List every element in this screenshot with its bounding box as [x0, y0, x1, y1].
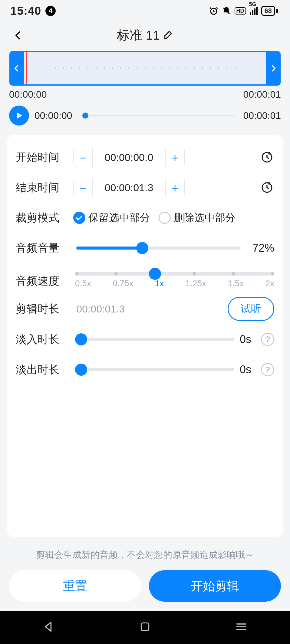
- fade-out-help-icon[interactable]: ?: [261, 363, 274, 376]
- nav-home-icon[interactable]: [139, 621, 151, 634]
- fade-out-label: 淡出时长: [16, 362, 73, 377]
- start-time-row: 开始时间 － 00:00:00.0 ＋: [16, 144, 274, 171]
- edit-duration-row: 剪辑时长 00:00:01.3 试听: [16, 295, 274, 323]
- speed-option[interactable]: 0.5x: [75, 279, 91, 288]
- end-time-label: 结束时间: [16, 180, 73, 195]
- waveform-cursor[interactable]: [26, 52, 27, 84]
- end-time-minus[interactable]: －: [73, 178, 93, 197]
- fade-in-help-icon[interactable]: ?: [261, 333, 274, 346]
- battery-icon: 68: [261, 6, 278, 16]
- volume-thumb[interactable]: [136, 242, 148, 254]
- volume-slider[interactable]: [76, 247, 241, 250]
- fade-in-row: 淡入时长 0s ?: [16, 326, 274, 353]
- fade-in-thumb[interactable]: [75, 333, 87, 345]
- radio-checked-icon: [73, 212, 85, 224]
- notification-badge: 4: [45, 6, 56, 16]
- speed-option[interactable]: 1.25x: [186, 279, 206, 288]
- fade-in-label: 淡入时长: [16, 332, 73, 347]
- end-time-plus[interactable]: ＋: [165, 178, 185, 197]
- mute-icon: [222, 6, 231, 15]
- nav-back-icon[interactable]: [42, 620, 55, 635]
- speed-options: 0.5x 0.75x 1x 1.25x 1.5x 2x: [75, 279, 274, 288]
- start-time-stepper: － 00:00:00.0 ＋: [73, 148, 185, 167]
- speed-option[interactable]: 0.75x: [113, 279, 133, 288]
- crop-mode-row: 裁剪模式 保留选中部分 删除选中部分: [16, 204, 274, 231]
- page-title: 标准 11: [117, 27, 160, 44]
- waveform-end-label: 00:00:01: [243, 89, 281, 100]
- preview-button[interactable]: 试听: [228, 297, 274, 321]
- alarm-icon: [209, 6, 218, 15]
- end-time-value[interactable]: 00:00:01.3: [93, 178, 165, 197]
- speed-option[interactable]: 1.5x: [228, 279, 244, 288]
- crop-mode-keep-label: 保留选中部分: [88, 211, 150, 225]
- end-time-reset-icon[interactable]: [260, 180, 274, 195]
- start-edit-button[interactable]: 开始剪辑: [149, 570, 281, 602]
- end-time-stepper: － 00:00:01.3 ＋: [73, 178, 185, 197]
- volume-value: 72%: [247, 242, 274, 254]
- hd-icon: HD: [235, 7, 246, 15]
- editor-card: 开始时间 － 00:00:00.0 ＋ 结束时间 － 00:00:01.3 ＋: [7, 135, 283, 537]
- start-time-plus[interactable]: ＋: [165, 148, 185, 167]
- waveform-track[interactable]: [24, 51, 266, 86]
- system-nav-bar: [0, 611, 290, 644]
- start-time-reset-icon[interactable]: [260, 150, 274, 165]
- volume-row: 音频音量 72%: [16, 234, 274, 262]
- start-time-value[interactable]: 00:00:00.0: [93, 148, 165, 167]
- radio-unchecked-icon: [159, 212, 171, 224]
- signal-5g-icon: 5G: [250, 7, 258, 15]
- speed-slider[interactable]: [77, 272, 272, 276]
- speed-thumb[interactable]: [149, 268, 161, 280]
- playback-total-time: 00:00:01: [243, 110, 281, 121]
- play-button[interactable]: [9, 106, 29, 126]
- speed-row: 音频速度 0.5x 0.75x 1x 1.25x 1.5x: [16, 265, 274, 292]
- waveform-handle-right[interactable]: [266, 51, 281, 86]
- speed-option[interactable]: 2x: [265, 279, 274, 288]
- edit-title-icon[interactable]: [163, 30, 173, 41]
- svg-marker-1: [17, 113, 22, 119]
- waveform-start-label: 00:00:00: [9, 89, 47, 100]
- playback-thumb[interactable]: [82, 113, 88, 119]
- fade-out-value: 0s: [240, 363, 261, 376]
- start-time-minus[interactable]: －: [73, 148, 93, 167]
- playback-progress[interactable]: [81, 115, 235, 116]
- fade-out-thumb[interactable]: [75, 364, 87, 376]
- back-button[interactable]: [9, 26, 27, 44]
- edit-duration-label: 剪辑时长: [16, 302, 73, 316]
- start-time-label: 开始时间: [16, 150, 73, 165]
- volume-label: 音频音量: [16, 241, 73, 256]
- reset-button[interactable]: 重置: [9, 570, 141, 602]
- speed-label: 音频速度: [16, 270, 73, 289]
- fade-out-row: 淡出时长 0s ?: [16, 356, 274, 383]
- status-bar: 15:40 4 HD 5G 68: [0, 0, 290, 22]
- svg-marker-4: [45, 622, 51, 631]
- crop-mode-label: 裁剪模式: [16, 211, 73, 225]
- svg-rect-5: [141, 623, 149, 630]
- crop-mode-remove-label: 删除选中部分: [174, 211, 236, 225]
- waveform[interactable]: [9, 51, 281, 86]
- footer-hint: 剪辑会生成新的音频，不会对您的原音频造成影响哦～: [9, 549, 281, 561]
- fade-out-slider[interactable]: [76, 368, 234, 371]
- fade-in-slider[interactable]: [76, 338, 234, 341]
- nav-recents-icon[interactable]: [235, 620, 248, 635]
- crop-mode-keep-radio[interactable]: 保留选中部分: [73, 211, 150, 225]
- volume-fill: [76, 247, 142, 250]
- status-time: 15:40: [10, 5, 41, 18]
- edit-duration-value: 00:00:01.3: [76, 303, 125, 315]
- speed-option[interactable]: 1x: [155, 279, 164, 288]
- waveform-handle-left[interactable]: [9, 51, 24, 86]
- fade-in-value: 0s: [240, 333, 261, 346]
- end-time-row: 结束时间 － 00:00:01.3 ＋: [16, 174, 274, 201]
- playback-current-time: 00:00:00: [35, 110, 72, 121]
- crop-mode-remove-radio[interactable]: 删除选中部分: [159, 211, 236, 225]
